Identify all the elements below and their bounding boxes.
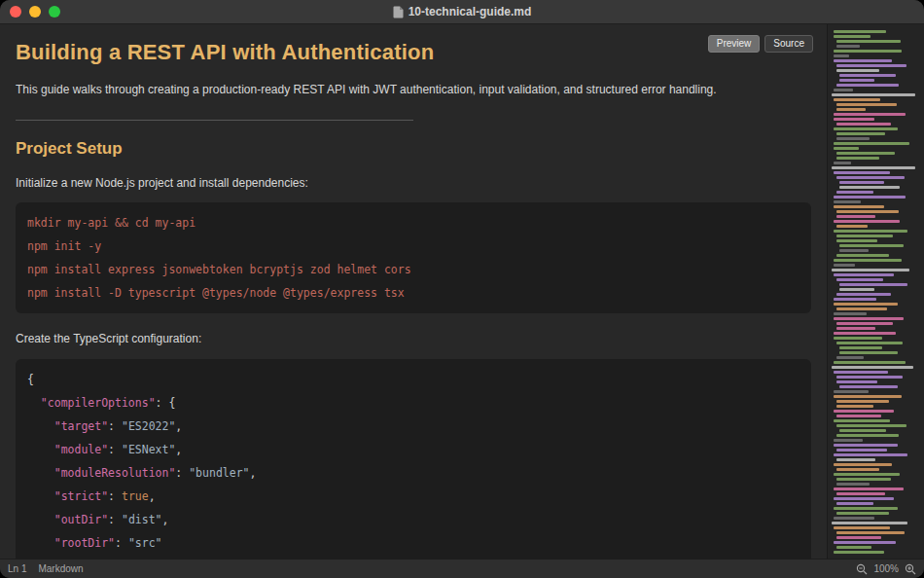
zoom-out-button[interactable] — [856, 563, 868, 575]
minimap-line — [834, 497, 894, 500]
minimap-line — [839, 186, 900, 189]
code-token: { — [27, 373, 34, 386]
code-token: , — [162, 513, 169, 526]
traffic-lights — [10, 6, 60, 18]
minimap-line — [836, 405, 873, 408]
code-token: "ES2022" — [122, 419, 175, 433]
minimap-line — [832, 366, 913, 369]
minimap-line — [832, 269, 909, 271]
code-line: npm install express jsonwebtoken bcryptj… — [27, 258, 800, 281]
minimap-line — [836, 400, 889, 403]
minimap-line — [836, 468, 879, 471]
minimap-line — [834, 147, 859, 150]
window-body: Preview Source Building a REST API with … — [0, 24, 924, 559]
minimap-line — [836, 84, 899, 87]
minimap-line — [834, 273, 894, 276]
minimap-line — [836, 278, 883, 281]
minimap-line — [839, 346, 882, 349]
minimap-line — [836, 123, 891, 126]
code-token: : — [175, 466, 189, 480]
code-token: "strict" — [54, 489, 108, 503]
minimap-line — [834, 312, 867, 315]
minimap-line — [834, 113, 906, 116]
minimap-line — [834, 142, 909, 145]
minimap-line — [834, 264, 855, 267]
magnifier-minus-icon — [856, 563, 868, 575]
minimap-line — [836, 478, 891, 481]
minimap-line — [834, 200, 861, 203]
code-line: "outDir": "dist", — [27, 508, 800, 531]
code-line: "moduleResolution": "bundler", — [27, 461, 800, 485]
code-line: "module": "ESNext", — [27, 438, 800, 461]
code-line: } — [27, 555, 800, 559]
minimap-line — [836, 191, 873, 194]
zoom-in-button[interactable] — [905, 563, 916, 575]
minimap-line — [836, 132, 885, 135]
source-mode-button[interactable]: Source — [764, 35, 813, 53]
code-token: , — [250, 466, 257, 480]
minimap-line — [836, 152, 895, 155]
code-line: "strict": true, — [27, 485, 800, 508]
minimap-line — [836, 546, 871, 549]
zoom-controls: 100% — [856, 563, 916, 575]
minimap-line — [836, 376, 903, 379]
code-token: "dist" — [122, 513, 162, 526]
close-window-button[interactable] — [10, 6, 21, 18]
minimap-line — [836, 176, 905, 179]
minimap-line — [834, 473, 900, 476]
code-token: "compilerOptions" — [41, 396, 156, 410]
minimize-window-button[interactable] — [29, 6, 41, 18]
minimap-line — [834, 463, 892, 466]
code-token: , — [149, 489, 156, 503]
minimap-line — [839, 79, 874, 82]
minimap-line — [839, 385, 898, 388]
minimap-line — [836, 103, 897, 106]
minimap-line — [836, 108, 866, 111]
code-token: : — [108, 513, 122, 526]
minimap-line — [834, 541, 896, 544]
minimap-line — [836, 64, 906, 67]
minimap-line — [839, 74, 896, 77]
zoom-window-button[interactable] — [49, 6, 60, 18]
markdown-preview-pane[interactable]: Preview Source Building a REST API with … — [0, 24, 827, 559]
minimap-line — [836, 483, 870, 486]
language-indicator[interactable]: Markdown — [38, 563, 83, 574]
code-token: : — [115, 536, 128, 550]
minimap-line — [836, 45, 860, 48]
minimap-line — [836, 137, 870, 140]
code-token: : { — [156, 396, 176, 410]
minimap-line — [832, 522, 907, 524]
minimap-line — [839, 429, 886, 432]
minimap-line — [834, 444, 898, 447]
titlebar: 10-technical-guide.md — [0, 0, 924, 24]
minimap-line — [834, 551, 884, 554]
code-token: , — [175, 443, 182, 456]
minimap-line — [834, 303, 898, 306]
minimap[interactable] — [827, 24, 924, 559]
shell-code-block: mkdir my-api && cd my-apinpm init -ynpm … — [16, 202, 811, 313]
tsconfig-paragraph: Create the TypeScript configuration: — [16, 331, 811, 346]
code-line: "rootDir": "src" — [27, 531, 800, 555]
minimap-line — [832, 93, 915, 96]
window-title-group: 10-technical-guide.md — [393, 5, 532, 18]
minimap-line — [836, 449, 887, 452]
code-token: "ESNext" — [122, 443, 175, 456]
code-token: : — [108, 489, 122, 503]
minimap-line — [834, 127, 898, 130]
app-window: 10-technical-guide.md Preview Source Bui… — [0, 0, 924, 578]
minimap-line — [834, 298, 876, 301]
code-token: "target" — [54, 419, 108, 433]
code-token: "outDir" — [54, 513, 108, 526]
preview-mode-button[interactable]: Preview — [708, 35, 761, 53]
minimap-line — [834, 317, 904, 320]
minimap-line — [836, 536, 881, 539]
window-title: 10-technical-guide.md — [409, 5, 532, 18]
code-token — [27, 419, 54, 433]
code-token: : — [108, 419, 122, 433]
minimap-line — [834, 439, 863, 442]
code-token — [27, 513, 54, 526]
code-token — [27, 536, 54, 550]
minimap-line — [836, 512, 889, 515]
view-mode-toggle: Preview Source — [708, 35, 813, 53]
setup-paragraph: Initialize a new Node.js project and ins… — [16, 175, 811, 191]
